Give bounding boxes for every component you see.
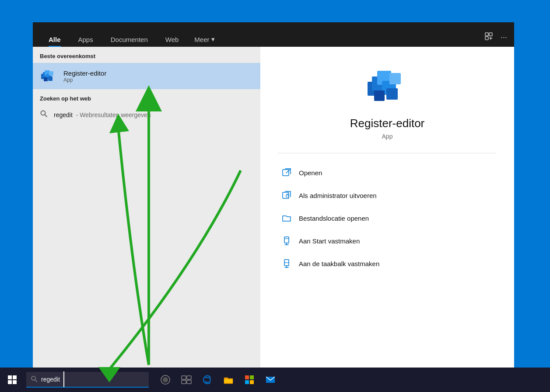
svg-rect-24 — [283, 192, 289, 198]
admin-icon — [281, 190, 292, 201]
action-admin-label: Als administrator uitvoeren — [299, 192, 377, 199]
action-location-label: Bestandslocatie openen — [299, 215, 369, 222]
mail-icon[interactable] — [261, 370, 280, 389]
result-text: Register-editor App — [63, 69, 106, 83]
app-detail-title: Register-editor — [350, 117, 425, 130]
action-location[interactable]: Bestandslocatie openen — [278, 208, 497, 229]
taskbar-search-icon — [31, 375, 38, 384]
svg-rect-21 — [386, 88, 398, 100]
taskbar-search-text: regedit — [41, 376, 60, 383]
action-admin[interactable]: Als administrator uitvoeren — [278, 185, 497, 206]
svg-rect-45 — [245, 380, 249, 384]
tab-alle[interactable]: Alle — [40, 32, 70, 47]
chevron-down-icon: ▾ — [211, 35, 215, 43]
svg-rect-11 — [49, 71, 53, 76]
svg-rect-41 — [187, 380, 191, 384]
tab-apps[interactable]: Apps — [70, 32, 102, 47]
taskbar-search-bar[interactable]: regedit — [26, 372, 149, 388]
svg-point-37 — [163, 377, 168, 382]
svg-rect-26 — [284, 237, 289, 243]
web-section-header: Zoeken op het web — [33, 89, 260, 105]
tab-web[interactable]: Web — [157, 32, 188, 47]
svg-rect-38 — [182, 376, 186, 379]
result-register-editor[interactable]: Register-editor App — [33, 63, 260, 89]
task-view-icon[interactable] — [177, 370, 196, 389]
user-icon[interactable] — [484, 31, 494, 43]
svg-rect-23 — [283, 170, 289, 176]
best-match-header: Beste overeenkomst — [33, 47, 260, 63]
svg-rect-20 — [389, 73, 401, 84]
app-detail-subtitle: App — [382, 133, 393, 140]
taskbar-app-icons — [156, 370, 280, 389]
svg-rect-13 — [44, 77, 48, 81]
more-options-icon[interactable]: ··· — [501, 33, 507, 42]
svg-rect-40 — [182, 380, 186, 384]
svg-line-15 — [45, 115, 47, 117]
tab-documenten[interactable]: Documenten — [102, 32, 157, 47]
search-nav: Alle Apps Documenten Web Meer ▾ — [33, 22, 514, 47]
tab-meer[interactable]: Meer ▾ — [187, 32, 221, 47]
web-search-text: regedit - Webresultaten weergeven — [54, 111, 151, 118]
svg-rect-42 — [224, 379, 233, 383]
svg-rect-25 — [286, 195, 289, 197]
svg-rect-12 — [48, 76, 53, 81]
svg-rect-22 — [374, 90, 385, 101]
action-open[interactable]: Openen — [278, 162, 497, 183]
store-icon[interactable] — [240, 370, 259, 389]
svg-rect-5 — [489, 33, 492, 36]
action-pin-taskbar[interactable]: Aan de taakbalk vastmaken — [278, 253, 497, 274]
web-search-item[interactable]: regedit - Webresultaten weergeven — [33, 105, 260, 124]
action-pin-taskbar-label: Aan de taakbalk vastmaken — [299, 260, 379, 267]
right-panel: Register-editor App Openen — [260, 47, 514, 368]
windows-logo-icon — [8, 375, 17, 384]
action-list: Openen Als administrator uitvoeren — [278, 162, 497, 274]
result-title: Register-editor — [63, 69, 106, 77]
cortana-icon[interactable] — [156, 370, 175, 389]
svg-rect-46 — [250, 380, 254, 384]
file-explorer-icon[interactable] — [219, 370, 238, 389]
edge-icon[interactable] — [198, 370, 217, 389]
pin-start-icon — [281, 236, 292, 246]
nav-tabs: Alle Apps Documenten Web Meer ▾ — [40, 32, 222, 47]
action-pin-start[interactable]: Aan Start vastmaken — [278, 230, 497, 251]
svg-rect-43 — [245, 375, 249, 379]
nav-actions: ··· — [484, 31, 507, 47]
app-detail-icon — [365, 64, 409, 108]
svg-rect-39 — [187, 376, 191, 379]
svg-line-35 — [35, 380, 37, 382]
svg-rect-4 — [485, 33, 488, 36]
svg-rect-44 — [250, 375, 254, 379]
action-pin-start-label: Aan Start vastmaken — [299, 237, 360, 245]
left-panel: Beste overeenkomst Regist — [33, 47, 260, 368]
svg-rect-6 — [485, 37, 488, 40]
text-cursor — [63, 371, 64, 387]
search-loop-icon — [40, 110, 48, 120]
divider — [278, 153, 497, 153]
result-subtitle: App — [63, 77, 106, 83]
start-button[interactable] — [0, 368, 25, 392]
regedit-app-icon — [40, 67, 57, 85]
action-open-label: Openen — [299, 169, 322, 177]
search-content: Beste overeenkomst Regist — [33, 47, 514, 368]
taskbar: regedit — [0, 368, 550, 392]
pin-taskbar-icon — [281, 258, 292, 269]
search-window: Alle Apps Documenten Web Meer ▾ — [33, 22, 514, 368]
open-icon — [281, 167, 292, 178]
web-search-link: - Webresultaten weergeven — [76, 111, 151, 118]
folder-icon — [281, 213, 292, 223]
